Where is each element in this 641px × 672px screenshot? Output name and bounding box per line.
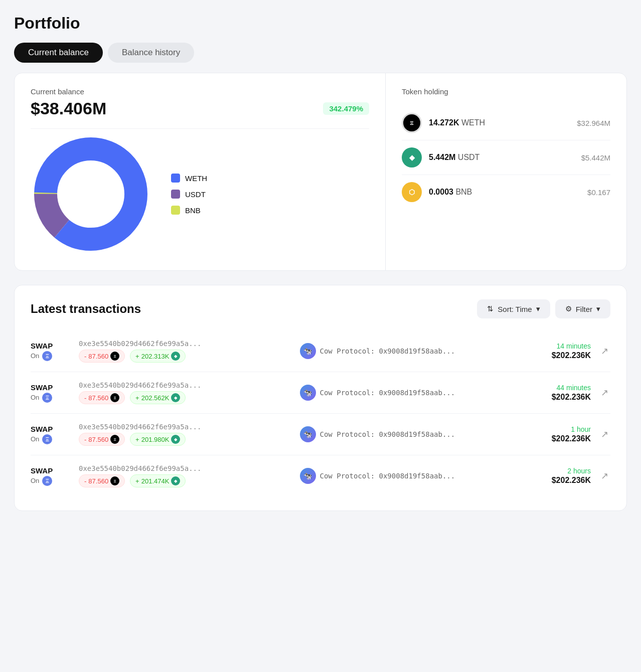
in-amount: 202.313K [141,353,170,360]
protocol-text: Cow Protocol: 0x9008d19f58aab... [320,472,455,480]
in-amount: 202.562K [141,394,170,402]
usdt-amount: 5.442M USDT [429,153,581,162]
txn-type: SWAP On Ξ [31,466,71,486]
txn-hash-col: 0xe3e5540b029d4662f6e99a5a... - 87.560 Ξ… [79,340,292,363]
out-token-icon: Ξ [110,435,119,444]
chain-on-label: On [31,352,39,360]
txn-tokens: - 87.560 Ξ + 202.313K ◆ [79,350,292,363]
external-link-button[interactable]: ↗ [599,427,610,442]
txn-hash-text: 0xe3e5540b029d4662f6e99a5a... [79,381,292,389]
protocol-text: Cow Protocol: 0x9008d19f58aab... [320,347,455,355]
legend: WETH USDT BNB [171,174,207,215]
balance-row: $38.406M 342.479% [31,99,369,118]
weth-usd: $32.964M [577,119,610,127]
filter-button[interactable]: ⚙ Filter ▾ [555,299,610,318]
txn-usd: $202.236K [521,434,591,443]
chart-legend-row: WETH USDT BNB [31,134,369,254]
tab-row: Current balance Balance history [14,43,627,63]
txn-type: SWAP On Ξ [31,425,71,444]
tab-current-balance[interactable]: Current balance [14,43,103,63]
external-link-button[interactable]: ↗ [599,344,610,359]
out-token-icon: Ξ [110,393,119,402]
minus-sign: - [84,394,86,402]
token-out: - 87.560 Ξ [79,350,125,363]
plus-sign: + [135,477,139,485]
txn-header: Latest transactions ⇅ Sort: Time ▾ ⚙ Fil… [31,299,610,318]
txn-time: 44 minutes [521,384,591,392]
legend-label-usdt: USDT [185,190,206,199]
minus-sign: - [84,353,86,360]
in-amount: 201.980K [141,436,170,443]
balance-value: $38.406M [31,99,106,118]
token-row-weth: Ξ 14.272K WETH $32.964M [402,106,610,140]
txn-right: 14 minutes $202.236K [521,342,591,360]
txn-type: SWAP On Ξ [31,383,71,403]
usdt-usd: $5.442M [581,153,610,162]
txn-time: 14 minutes [521,342,591,350]
legend-item-usdt: USDT [171,190,207,199]
external-link-button[interactable]: ↗ [599,385,610,400]
eth-chain-icon: Ξ [42,351,52,361]
token-out: - 87.560 Ξ [79,433,125,446]
balance-label: Current balance [31,87,369,96]
txn-type-label: SWAP [31,383,71,392]
page-title: Portfolio [14,14,627,33]
bnb-amount: 0.0003 BNB [429,188,587,197]
weth-amount: 14.272K WETH [429,118,577,127]
legend-item-bnb: BNB [171,206,207,215]
plus-sign: + [135,394,139,402]
token-in: + 201.980K ◆ [130,433,186,446]
txn-hash-text: 0xe3e5540b029d4662f6e99a5a... [79,423,292,431]
txn-protocol-col: 🐄 Cow Protocol: 0x9008d19f58aab... [300,468,513,484]
txn-time: 1 hour [521,425,591,433]
bnb-amount-value: 0.0003 [429,188,453,196]
chain-on-label: On [31,435,39,443]
legend-label-bnb: BNB [185,206,201,215]
txn-type-label: SWAP [31,466,71,475]
token-in: + 202.562K ◆ [130,391,186,404]
txn-hash-text: 0xe3e5540b029d4662f6e99a5a... [79,340,292,348]
txn-usd: $202.236K [521,393,591,402]
weth-amount-value: 14.272K [429,118,459,127]
txn-chain-row: On Ξ [31,476,71,486]
transaction-row: SWAP On Ξ 0xe3e5540b029d4662f6e99a5a... … [31,330,610,372]
bnb-usd: $0.167 [587,188,610,197]
token-row-bnb: ⬡ 0.0003 BNB $0.167 [402,175,610,209]
chain-on-label: On [31,477,39,484]
legend-item-weth: WETH [171,174,207,183]
svg-point-3 [63,166,118,222]
token-holding-label: Token holding [402,87,610,96]
txn-usd: $202.236K [521,476,591,485]
transaction-row: SWAP On Ξ 0xe3e5540b029d4662f6e99a5a... … [31,455,610,496]
txn-protocol-col: 🐄 Cow Protocol: 0x9008d19f58aab... [300,343,513,359]
eth-chain-icon: Ξ [42,434,52,444]
cow-protocol-icon: 🐄 [300,343,316,359]
bnb-symbol-label: BNB [455,188,472,196]
filter-label: Filter [576,305,592,313]
token-in: + 201.474K ◆ [130,474,186,487]
top-panels: Current balance $38.406M 342.479% [14,73,627,271]
txn-chain-row: On Ξ [31,434,71,444]
divider [31,128,369,129]
txn-hash-col: 0xe3e5540b029d4662f6e99a5a... - 87.560 Ξ… [79,464,292,487]
protocol-text: Cow Protocol: 0x9008d19f58aab... [320,389,455,397]
weth-icon: Ξ [402,113,422,133]
plus-sign: + [135,436,139,443]
cow-protocol-icon: 🐄 [300,385,316,401]
txn-chain-row: On Ξ [31,351,71,361]
txn-right: 2 hours $202.236K [521,467,591,485]
minus-sign: - [84,477,86,485]
cow-protocol-icon: 🐄 [300,426,316,442]
out-token-icon: Ξ [110,352,119,361]
tab-balance-history[interactable]: Balance history [108,43,194,63]
txn-protocol-col: 🐄 Cow Protocol: 0x9008d19f58aab... [300,426,513,442]
txn-title: Latest transactions [31,302,477,316]
token-out: - 87.560 Ξ [79,474,125,487]
txn-type-label: SWAP [31,425,71,433]
txn-hash-col: 0xe3e5540b029d4662f6e99a5a... - 87.560 Ξ… [79,423,292,446]
sort-button[interactable]: ⇅ Sort: Time ▾ [477,299,550,318]
external-link-button[interactable]: ↗ [599,468,610,483]
in-token-icon: ◆ [171,393,180,402]
txn-tokens: - 87.560 Ξ + 201.474K ◆ [79,474,292,487]
txn-right: 1 hour $202.236K [521,425,591,443]
